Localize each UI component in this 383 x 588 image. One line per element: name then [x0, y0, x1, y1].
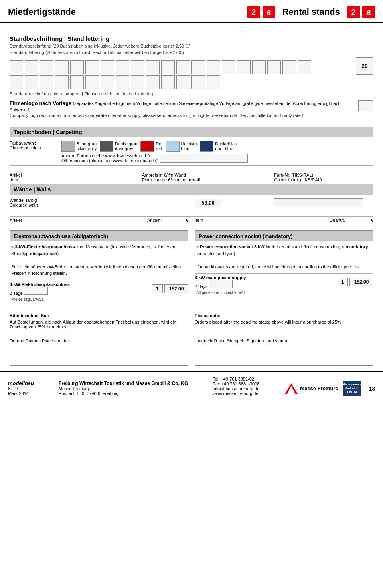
elektro-qty-de[interactable]: 1 [152, 284, 163, 293]
elektro-header-de: Elektrohauptanschluss (obligatorisch) [10, 231, 188, 241]
elektro-body-en: » Power connection socket 3 kW for the r… [195, 244, 373, 270]
elektro-price-de: 152,00 [164, 284, 188, 293]
letter-box[interactable] [298, 60, 311, 74]
letter-box[interactable] [10, 60, 23, 74]
letter-box[interactable] [55, 60, 69, 74]
letter-count-box: 20 [356, 57, 373, 75]
color-label-lightblue: Hellblau blue [181, 141, 197, 151]
carpeting-color-row: Farbauswahl: Choice of colour: Silbergra… [10, 141, 373, 152]
letter-box[interactable] [146, 75, 160, 89]
divider [10, 121, 373, 121]
letter-box[interactable] [116, 75, 129, 89]
other-colors-input[interactable] [160, 154, 248, 163]
letter-box[interactable] [192, 75, 205, 89]
fwtm-label: Management Marketing FWTM [342, 383, 362, 394]
company-logo-box[interactable] [358, 100, 373, 111]
sig-box-de[interactable] [10, 346, 188, 366]
letter-box[interactable] [237, 60, 251, 74]
divider2 [10, 165, 373, 166]
letter-box[interactable] [25, 75, 38, 89]
letter-box[interactable] [161, 75, 175, 89]
sig-col-en: Unterschrift und Stempel | Signature and… [195, 338, 373, 366]
sig-box-en[interactable] [195, 346, 373, 366]
notes-title-de: Bitte beachten Sie: [10, 313, 188, 318]
notes-body-de: Auf Bestellungen, die nach Ablauf der ob… [10, 320, 188, 329]
messe-logo-text: Messe Freiburg [300, 385, 338, 391]
footer-dates: 8.– 9. [8, 386, 34, 391]
messe-logo-group: Messe Freiburg [284, 383, 338, 395]
bottom-col6: € [349, 218, 373, 222]
color-swatch-lightblue[interactable] [166, 141, 180, 152]
notes-section: Bitte beachten Sie: Auf Bestellungen, di… [10, 309, 373, 329]
waende-item-label: Wände, farbig Coloured walls [10, 198, 142, 207]
elektro-item-input-de: 2 Tage [10, 287, 150, 296]
badge-right: 2 a [347, 6, 375, 18]
letter-box[interactable] [207, 75, 220, 89]
letter-box[interactable] [176, 75, 190, 89]
elektro-qty-en[interactable]: 1 [337, 278, 348, 286]
footer-center: Freiburg Wirtschaft Touristik und Messe … [59, 381, 188, 396]
notes-body-en: Orders placed after the deadline stated … [195, 320, 373, 324]
footer-company-address1: Messe Freiburg [59, 386, 188, 391]
letter-boxes-row2 [10, 75, 353, 89]
carpeting-label: Farbauswahl: Choice of colour: [10, 141, 61, 150]
carpeting-section-header: Teppichboden | Carpeting [10, 127, 373, 137]
letter-box[interactable] [55, 75, 69, 89]
footer-web: www.messe.freiburg.de [213, 391, 259, 396]
letter-box[interactable] [101, 75, 114, 89]
letter-box[interactable] [131, 60, 144, 74]
badge-num-left: 2 [247, 6, 260, 18]
letter-box[interactable] [70, 75, 84, 89]
elektro-body-bold-en: » Power connection socket 3 kW [196, 244, 265, 249]
bottom-col5: Quantity [326, 218, 349, 222]
elektro-item-input-en: 2 days [195, 280, 335, 289]
letter-box[interactable] [146, 60, 160, 74]
waende-price: 58,00 [142, 199, 274, 207]
bottom-col3: € [164, 218, 188, 222]
spacer [10, 210, 373, 216]
letter-box[interactable] [85, 75, 99, 89]
bottom-header-right: Item Quantity € [195, 218, 373, 222]
letter-boxes-row1 [10, 60, 353, 74]
color-item-lightblue: Hellblau blue [166, 141, 197, 152]
letter-box[interactable] [70, 60, 84, 74]
footer-email: info@messe.freiburg.de [213, 386, 259, 391]
letter-box[interactable] [116, 60, 129, 74]
letter-box[interactable] [207, 60, 220, 74]
waende-section: Wände | Walls Wände, farbig Coloured wal… [10, 184, 373, 209]
color-swatch-silver[interactable] [61, 141, 75, 152]
main-content: Standbeschriftung | Stand lettering Stan… [0, 23, 383, 366]
letter-box[interactable] [222, 60, 235, 74]
page: Mietfertigstände 2 a Rental stands 2 a S… [0, 0, 383, 588]
elektro-body-de: » 3-kW-Elektrohauptanschluss zum Messest… [10, 244, 188, 277]
stand-lettering-title: Standbeschriftung | Stand lettering [10, 35, 373, 42]
letter-box[interactable] [252, 60, 266, 74]
color-label-darkblue: Dunkelblau dark blue [215, 141, 237, 151]
letter-box[interactable] [161, 60, 175, 74]
color-swatch-darkblue[interactable] [200, 141, 213, 152]
letter-box[interactable] [176, 60, 190, 74]
elektro-mandatory: mandatory [345, 244, 368, 249]
footer: modellbau 8.– 9. März 2014 Freiburg Wirt… [0, 371, 383, 401]
bottom-artikel-header: Artikel Anzalhl € Item Quantity € [10, 216, 373, 224]
letter-box[interactable] [131, 75, 144, 89]
stand-lettering-subtitle-en: Standard lettering (20 letters are inclu… [10, 50, 373, 55]
letter-box[interactable] [40, 60, 53, 74]
color-swatch-red[interactable] [140, 141, 154, 152]
elektro-vat-de: Preise zzgl. MwSt. [10, 297, 188, 302]
badge-left: 2 a [247, 6, 275, 18]
letter-box[interactable] [25, 60, 38, 74]
letter-box[interactable] [85, 60, 99, 74]
footer-tel: Tel. +49 761 3881-02 [213, 377, 259, 381]
elektro-en: Power connection socket (mandatory) » Po… [195, 230, 373, 302]
letter-box[interactable] [282, 60, 296, 74]
letter-box[interactable] [267, 60, 281, 74]
color-index-input[interactable] [274, 198, 363, 207]
letter-box[interactable] [10, 75, 23, 89]
stand-lettering-section: Standbeschriftung | Stand lettering Stan… [10, 35, 373, 96]
color-swatch-darkgrey[interactable] [100, 141, 113, 152]
letter-box[interactable] [192, 60, 205, 74]
letter-box[interactable] [101, 60, 114, 74]
elektro-header-en: Power connection socket (mandatory) [195, 231, 373, 241]
letter-box[interactable] [40, 75, 53, 89]
